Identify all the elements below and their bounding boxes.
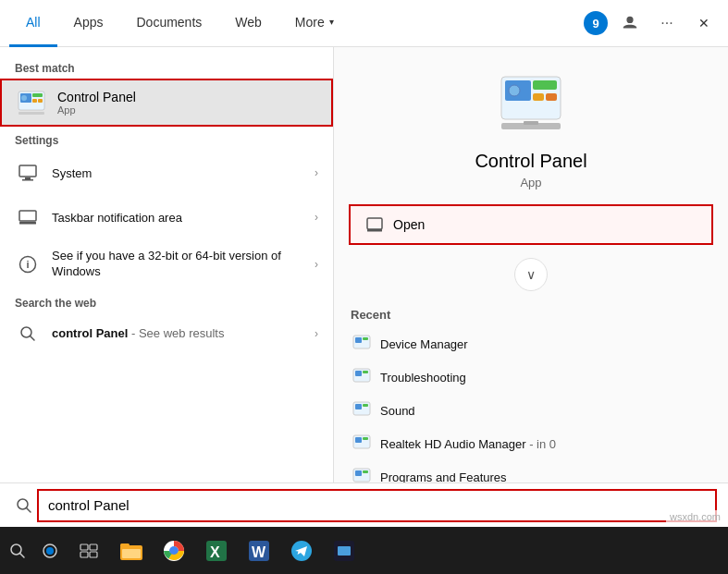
nav-right: 9 ··· ✕ (584, 8, 719, 38)
svg-rect-9 (22, 179, 33, 181)
taskbar-search-btn[interactable] (4, 532, 31, 569)
svg-rect-55 (120, 543, 130, 547)
svg-text:W: W (252, 544, 266, 560)
recent-icon-3 (351, 433, 373, 455)
taskbar-word-btn[interactable]: W (239, 532, 279, 569)
svg-text:i: i (26, 259, 29, 270)
svg-rect-50 (80, 544, 88, 550)
settings-arrow-icon: › (315, 166, 318, 179)
recent-item-2[interactable]: Sound (351, 394, 711, 427)
settings-item-bitversion[interactable]: i See if you have a 32-bit or 64-bit ver… (0, 239, 333, 289)
open-button[interactable]: Open (349, 204, 713, 245)
tab-web[interactable]: Web (218, 0, 278, 47)
svg-rect-56 (122, 549, 141, 558)
recent-text-1: Troubleshooting (380, 371, 466, 385)
svg-rect-36 (355, 437, 362, 443)
svg-rect-39 (355, 470, 362, 476)
monitor-icon (15, 160, 41, 186)
search-web-item[interactable]: control Panel - See web results › (0, 313, 333, 354)
taskbar-app-btn[interactable] (324, 532, 364, 569)
svg-rect-23 (524, 121, 538, 125)
svg-rect-27 (355, 337, 362, 343)
recent-item-3[interactable]: Realtek HD Audio Manager - in 0 (351, 427, 711, 460)
search-web-label: Search the web (0, 289, 333, 313)
best-match-item[interactable]: Control Panel App (0, 79, 333, 127)
svg-rect-34 (363, 404, 368, 407)
tab-documents[interactable]: Documents (119, 0, 218, 47)
open-label: Open (393, 217, 425, 232)
best-match-title: Control Panel (57, 90, 316, 104)
recent-label: Recent (351, 308, 711, 322)
taskbar-cortana-btn[interactable] (33, 532, 67, 569)
taskbar-taskview-btn[interactable] (68, 532, 109, 569)
svg-point-49 (46, 547, 54, 555)
left-panel: Best match Control Panel App (0, 47, 333, 527)
right-panel: Control Panel App Open ∨ Recent (333, 47, 728, 527)
svg-point-5 (21, 95, 27, 101)
taskbar-telegram-btn[interactable] (281, 532, 322, 569)
svg-line-45 (27, 507, 31, 512)
svg-line-15 (31, 336, 35, 340)
svg-rect-18 (533, 80, 557, 90)
recent-item-0[interactable]: Device Manager (351, 327, 711, 360)
user-icon-btn[interactable] (615, 8, 645, 38)
recent-text-2: Sound (380, 404, 415, 418)
web-search-query: control Panel (52, 326, 128, 340)
taskbar-icon (15, 204, 41, 230)
settings-taskbar-text: Taskbar notification area (52, 211, 315, 225)
search-bar-icon (11, 493, 37, 519)
settings-arrow-taskbar-icon: › (315, 211, 318, 224)
close-button[interactable]: ✕ (689, 8, 719, 38)
svg-rect-53 (90, 552, 97, 557)
ellipsis-btn[interactable]: ··· (652, 8, 682, 38)
svg-rect-65 (338, 546, 351, 556)
svg-rect-3 (32, 99, 37, 103)
tab-all[interactable]: All (9, 0, 57, 47)
best-match-label: Best match (0, 55, 333, 79)
taskbar-excel-btn[interactable]: X (196, 532, 237, 569)
svg-rect-8 (25, 177, 31, 179)
svg-text:X: X (210, 544, 220, 560)
recent-text-3: Realtek HD Audio Manager - in 0 (380, 437, 556, 451)
control-panel-icon (17, 88, 46, 117)
detail-subtitle: App (520, 176, 541, 189)
taskbar-chrome-btn[interactable] (154, 532, 194, 569)
recent-text-0: Device Manager (380, 337, 468, 351)
search-input[interactable] (37, 489, 717, 522)
svg-rect-24 (367, 218, 382, 229)
search-bar (0, 482, 728, 527)
svg-rect-52 (80, 552, 88, 557)
svg-rect-11 (19, 222, 36, 225)
svg-rect-6 (19, 112, 44, 115)
recent-item-1[interactable]: Troubleshooting (351, 360, 711, 394)
svg-rect-37 (363, 437, 368, 440)
svg-rect-10 (19, 211, 36, 221)
open-icon (365, 215, 384, 234)
tab-apps[interactable]: Apps (57, 0, 120, 47)
settings-item-system[interactable]: System › (0, 151, 333, 195)
svg-point-21 (509, 85, 520, 96)
svg-rect-33 (355, 404, 362, 409)
svg-line-47 (20, 553, 25, 557)
tab-more[interactable]: More ▾ (278, 0, 351, 47)
settings-label: Settings (0, 127, 333, 151)
expand-button[interactable]: ∨ (514, 258, 548, 291)
detail-title: Control Panel (475, 151, 586, 172)
settings-arrow-bit-icon: › (315, 258, 318, 271)
detail-control-panel-icon (494, 66, 568, 140)
notification-badge[interactable]: 9 (584, 11, 608, 35)
chevron-down-icon: ∨ (526, 267, 536, 282)
settings-bitversion-text: See if you have a 32-bit or 64-bit versi… (52, 249, 315, 280)
svg-rect-40 (363, 470, 368, 473)
svg-rect-25 (367, 229, 382, 232)
web-search-arrow-icon: › (315, 327, 318, 340)
taskbar-explorer-btn[interactable] (111, 532, 152, 569)
svg-rect-31 (363, 371, 368, 373)
info-icon: i (15, 251, 41, 277)
taskbar: X W (0, 527, 728, 574)
recent-icon-1 (351, 366, 373, 388)
web-search-suffix: - See web results (131, 326, 224, 340)
svg-rect-28 (363, 337, 368, 340)
settings-item-taskbar[interactable]: Taskbar notification area › (0, 195, 333, 239)
svg-rect-30 (355, 371, 362, 376)
